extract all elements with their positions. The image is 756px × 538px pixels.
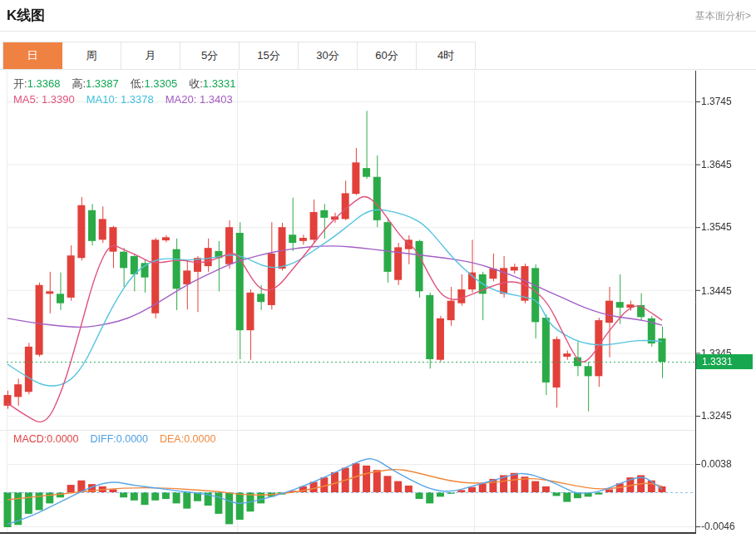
dea-value: 0.0000 (184, 433, 215, 445)
current-price-badge: 1.3331 (696, 354, 753, 369)
tab-60min[interactable]: 60分 (358, 42, 417, 69)
ma10-value: 1.3378 (121, 93, 154, 106)
price-tick-2: 1.3645 (701, 159, 732, 170)
fundamental-analysis-link[interactable]: 基本面分析> (695, 9, 751, 23)
macd-value: 0.0000 (47, 433, 78, 445)
open-value: 1.3368 (27, 77, 61, 90)
tab-4hour[interactable]: 4时 (417, 42, 476, 69)
macd-legend: MACD:0.0000 DIFF:0.0000 DEA:0.0000 (13, 433, 227, 445)
price-tick-1: 1.3745 (701, 96, 732, 107)
tab-week[interactable]: 周 (62, 42, 121, 69)
open-label: 开: (13, 77, 27, 90)
price-tick-3: 1.3545 (701, 221, 732, 233)
high-label: 高: (72, 77, 86, 90)
diff-label: DIFF: (91, 433, 116, 445)
close-value: 1.3331 (203, 77, 236, 90)
kline-app: K线图 基本面分析> 日 周 月 5分 15分 30分 60分 4时 开:1.3… (0, 0, 756, 538)
tab-5min[interactable]: 5分 (180, 42, 240, 69)
tab-month[interactable]: 月 (121, 42, 180, 69)
high-value: 1.3387 (86, 77, 119, 90)
ma5-value: 1.3390 (42, 93, 75, 106)
macd-label: MACD: (13, 433, 47, 445)
tab-15min[interactable]: 15分 (240, 42, 299, 69)
tab-30min[interactable]: 30分 (299, 42, 358, 69)
ma20-label: MA20: (166, 93, 197, 106)
tabbar-bottom-border (0, 69, 756, 70)
ma5-label: MA5: (13, 93, 38, 106)
macd-tick-top: 0.0038 (701, 458, 732, 470)
page-title: K线图 (7, 6, 45, 25)
title-divider (0, 31, 756, 32)
low-label: 低: (131, 77, 145, 90)
ma10-label: MA10: (86, 93, 118, 106)
price-tick-6: 1.3245 (701, 410, 732, 422)
diff-value: 0.0000 (116, 433, 148, 445)
tab-day[interactable]: 日 (3, 42, 62, 69)
period-tabbar: 日 周 月 5分 15分 30分 60分 4时 (2, 42, 476, 69)
ohlc-legend: 开:1.3368 高:1.3387 低:1.3305 收:1.3331 (13, 77, 248, 91)
ma-legend: MA5: 1.3390 MA10: 1.3378 MA20: 1.3403 (13, 93, 245, 106)
low-value: 1.3305 (144, 77, 177, 90)
macd-tick-bottom: -0.0046 (701, 521, 735, 532)
close-label: 收: (189, 77, 203, 90)
price-tick-4: 1.3445 (701, 285, 732, 297)
ma20-value: 1.3403 (200, 93, 233, 106)
dea-label: DEA: (160, 433, 184, 445)
